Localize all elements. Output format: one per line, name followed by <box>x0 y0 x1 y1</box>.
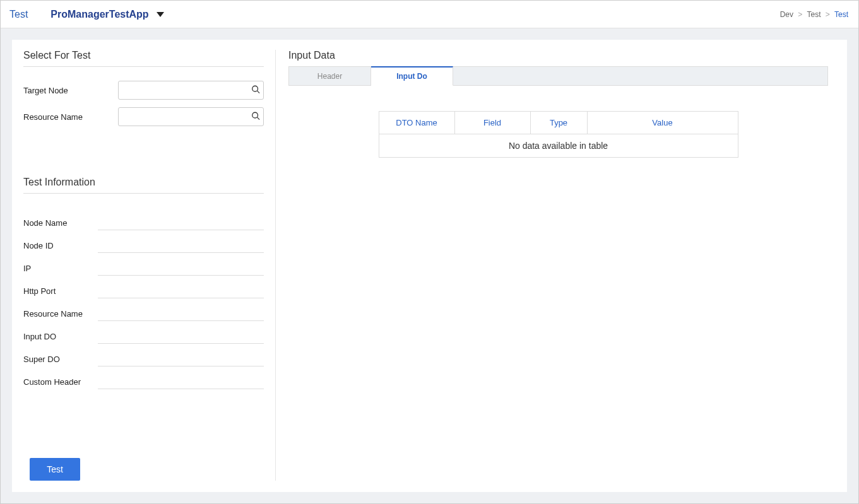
info-row-ip: IP <box>23 253 264 276</box>
breadcrumb: Dev > Test > Test <box>780 10 848 19</box>
select-for-test-title: Select For Test <box>23 50 264 67</box>
target-node-input[interactable] <box>118 81 264 100</box>
caret-down-icon <box>157 12 164 17</box>
breadcrumb-sep: > <box>798 10 802 19</box>
target-node-label: Target Node <box>23 86 118 95</box>
col-field[interactable]: Field <box>454 112 530 134</box>
http-port-value <box>98 286 264 298</box>
tab-header[interactable]: Header <box>289 67 371 85</box>
info-row-resource-name: Resource Name <box>23 298 264 321</box>
resource-name-input[interactable] <box>118 107 264 126</box>
input-data-title: Input Data <box>288 50 828 67</box>
table-empty-row: No data available in table <box>379 134 738 158</box>
svg-point-1 <box>252 86 258 91</box>
info-row-http-port: Http Port <box>23 276 264 298</box>
data-table-wrap: DTO Name Field Type Value No data availa… <box>288 111 828 158</box>
col-type[interactable]: Type <box>530 112 587 134</box>
input-do-value <box>98 331 264 344</box>
info-row-input-do: Input DO <box>23 321 264 344</box>
app-name: ProManagerTestApp <box>50 9 148 20</box>
search-icon[interactable] <box>251 112 260 122</box>
topbar: Test ProManagerTestApp Dev > Test > Test <box>1 1 858 28</box>
input-do-label: Input DO <box>23 332 98 344</box>
app-window: Test ProManagerTestApp Dev > Test > Test… <box>0 0 859 504</box>
http-port-label: Http Port <box>23 286 98 298</box>
breadcrumb-level1[interactable]: Dev <box>780 10 793 19</box>
breadcrumb-level2[interactable]: Test <box>807 10 820 19</box>
main-panel: Select For Test Target Node Resource Nam… <box>12 40 847 492</box>
left-column: Select For Test Target Node Resource Nam… <box>23 50 276 481</box>
content-area: Select For Test Target Node Resource Nam… <box>1 28 858 503</box>
custom-header-label: Custom Header <box>23 377 98 389</box>
resource-name-label: Resource Name <box>23 112 118 122</box>
col-dto-name[interactable]: DTO Name <box>379 112 454 134</box>
table-empty-message: No data available in table <box>379 134 738 158</box>
svg-marker-0 <box>157 12 164 17</box>
info-row-node-id: Node ID <box>23 230 264 253</box>
custom-header-value <box>98 377 264 389</box>
target-node-row: Target Node <box>23 81 264 100</box>
breadcrumb-current: Test <box>834 10 848 19</box>
super-do-value <box>98 354 264 366</box>
target-node-field <box>118 81 264 100</box>
ip-label: IP <box>23 264 98 276</box>
page-title: Test <box>9 9 28 20</box>
input-data-table: DTO Name Field Type Value No data availa… <box>379 111 738 158</box>
col-value[interactable]: Value <box>587 112 738 134</box>
test-information-title: Test Information <box>23 177 264 194</box>
node-name-value <box>98 218 264 230</box>
svg-line-4 <box>258 117 260 120</box>
super-do-label: Super DO <box>23 355 98 366</box>
svg-point-3 <box>252 112 258 118</box>
resource-name-row: Resource Name <box>23 107 264 126</box>
info-row-super-do: Super DO <box>23 344 264 366</box>
breadcrumb-sep: > <box>826 10 830 19</box>
info-resource-name-label: Resource Name <box>23 309 98 321</box>
info-resource-name-value <box>98 308 264 321</box>
test-button[interactable]: Test <box>30 458 80 481</box>
ip-value <box>98 263 264 276</box>
right-column: Input Data Header Input Do DTO Name Fiel… <box>276 50 828 481</box>
app-selector[interactable]: ProManagerTestApp <box>50 9 163 20</box>
info-row-node-name: Node Name <box>23 208 264 230</box>
search-icon[interactable] <box>251 85 260 96</box>
tabs: Header Input Do <box>288 67 828 86</box>
node-id-label: Node ID <box>23 241 98 253</box>
node-id-value <box>98 240 264 253</box>
resource-name-field <box>118 107 264 126</box>
svg-line-2 <box>258 91 260 93</box>
tab-input-do[interactable]: Input Do <box>371 66 453 86</box>
info-row-custom-header: Custom Header <box>23 366 264 389</box>
node-name-label: Node Name <box>23 218 98 230</box>
